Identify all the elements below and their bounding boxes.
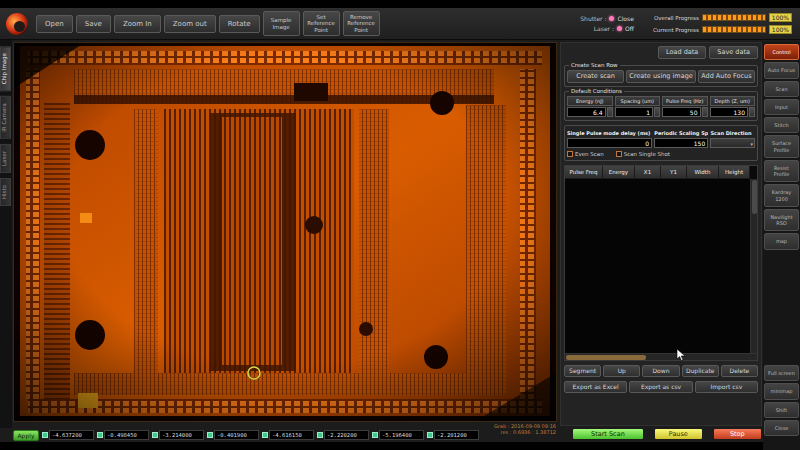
side-tab-surface-profile[interactable]: Surface Profile — [764, 135, 799, 158]
scrollbar-thumb[interactable] — [752, 180, 757, 214]
shutter-indicator — [609, 16, 614, 21]
save-button[interactable]: Save — [76, 15, 111, 33]
checkbox-icon — [567, 151, 573, 157]
column-header-height[interactable]: Height — [719, 166, 750, 179]
create-scan-row-title: Create Scan Row — [569, 62, 620, 68]
even-scan-checkbox[interactable]: Even Scan — [567, 151, 604, 157]
create-scan-row-group: Create Scan Row Create scan Create using… — [564, 65, 758, 87]
side-tab-kardray[interactable]: Kardray 1200 — [764, 184, 799, 207]
delete-button[interactable]: Delete — [721, 365, 758, 377]
column-header-y1[interactable]: Y1 — [661, 166, 687, 179]
table-horizontal-scrollbar[interactable] — [565, 353, 757, 360]
add-auto-focus-button[interactable]: Add Auto Focus — [698, 70, 755, 83]
side-tab-control[interactable]: Control — [764, 44, 799, 60]
coordinate-field: -2.220200 — [317, 430, 369, 440]
scan-single-shot-label: Scan Single Shot — [624, 151, 670, 157]
sidebar-tab-laser[interactable]: Laser — [0, 144, 11, 173]
depth-field[interactable]: 130 — [710, 107, 749, 117]
side-tab-scan[interactable]: Scan — [764, 81, 799, 97]
pulse-freq-field[interactable]: 50 — [662, 107, 701, 117]
energy-spinner[interactable] — [607, 107, 613, 117]
pulse-delay-input[interactable]: 0 — [567, 138, 652, 148]
coordinate-field: -4.637200 — [42, 430, 94, 440]
pulse-freq-spinner[interactable] — [702, 107, 708, 117]
column-header-pulse-freq[interactable]: Pulse Freq — [565, 166, 603, 179]
scan-single-shot-checkbox[interactable]: Scan Single Shot — [616, 151, 670, 157]
close-button[interactable]: Close — [764, 420, 799, 436]
scan-settings-group: Single Pulse mode delay (ms) Periodic Sc… — [564, 125, 758, 161]
laser-indicator — [617, 26, 622, 31]
create-scan-button[interactable]: Create scan — [567, 70, 624, 83]
export-csv-button[interactable]: Export as csv — [629, 381, 692, 393]
stop-button[interactable]: Stop — [713, 428, 762, 440]
apply-button[interactable]: Apply — [13, 430, 39, 441]
scaling-speed-input[interactable]: 150 — [654, 138, 708, 148]
spacing-spinner[interactable] — [654, 107, 660, 117]
coordinate-marker — [427, 432, 433, 438]
side-tab-stitch[interactable]: Stitch — [764, 117, 799, 133]
zoom-out-button[interactable]: Zoom out — [164, 15, 216, 33]
scan-direction-dropdown[interactable]: ▾ — [710, 138, 755, 148]
coordinate-field: -2.201200 — [427, 430, 479, 440]
coordinate-value: -0.498450 — [104, 430, 149, 440]
sidebar-tab-ir-camera[interactable]: IR Camera — [0, 96, 11, 139]
remove-reference-point-button[interactable]: Remove Reference Point — [343, 11, 380, 36]
segment-button[interactable]: Segment — [564, 365, 601, 377]
column-header-energy[interactable]: Energy — [603, 166, 635, 179]
create-using-image-button[interactable]: Create using image — [626, 70, 696, 83]
coordinate-marker — [97, 432, 103, 438]
table-header-row: Pulse Freq Energy X1 Y1 Width Height — [565, 166, 757, 179]
coordinate-value: -5.196400 — [379, 430, 424, 440]
pause-button[interactable]: Pause — [654, 428, 703, 440]
sample-image-button[interactable]: Sample Image — [263, 11, 300, 36]
side-tab-map[interactable]: map — [764, 233, 799, 249]
coordinate-marker — [42, 432, 48, 438]
side-tab-navilight[interactable]: Navilight RSO — [764, 209, 799, 232]
side-tab-resist-profile[interactable]: Resist Profile — [764, 160, 799, 183]
energy-label: Energy (nJ) — [567, 96, 613, 106]
column-header-width[interactable]: Width — [687, 166, 719, 179]
export-excel-button[interactable]: Export as Excel — [564, 381, 627, 393]
shift-button[interactable]: Shift — [764, 402, 799, 418]
energy-field[interactable]: 6.4 — [567, 107, 606, 117]
fullscreen-button[interactable]: Full screen — [764, 365, 799, 381]
table-body[interactable] — [565, 179, 757, 353]
pulse-delay-label: Single Pulse mode delay (ms) — [567, 130, 652, 136]
scan-row-table[interactable]: Pulse Freq Energy X1 Y1 Width Height — [564, 165, 758, 361]
spacing-field[interactable]: 1 — [615, 107, 654, 117]
zoom-in-button[interactable]: Zoom In — [114, 15, 161, 33]
side-tab-input[interactable]: Input — [764, 99, 799, 115]
coordinate-value: -2.201200 — [434, 430, 479, 440]
duplicate-button[interactable]: Duplicate — [682, 365, 719, 377]
scaling-speed-label: Periodic Scaling Speed — [654, 130, 708, 136]
current-progress-bar — [702, 26, 766, 33]
rotate-button[interactable]: Rotate — [219, 15, 260, 33]
overall-progress-label: Overall Progress — [647, 15, 699, 21]
minimap-button[interactable]: minimap — [764, 383, 799, 399]
depth-spinner[interactable] — [749, 107, 755, 117]
set-reference-point-button[interactable]: Set Reference Point — [303, 11, 340, 36]
sidebar-tab-chip-image[interactable]: Chip Image — [0, 46, 11, 91]
column-header-x1[interactable]: X1 — [635, 166, 661, 179]
table-vertical-scrollbar[interactable] — [750, 179, 757, 353]
chip-die-image[interactable] — [13, 42, 557, 422]
shutter-value: Close — [617, 15, 633, 22]
sidebar-tab-histo[interactable]: Histo — [0, 178, 11, 206]
down-button[interactable]: Down — [642, 365, 679, 377]
coordinate-marker — [262, 432, 268, 438]
coordinate-field: -5.196400 — [372, 430, 424, 440]
laser-value: Off — [625, 25, 634, 32]
side-tab-auto-focus[interactable]: Auto Focus — [764, 62, 799, 78]
start-scan-button[interactable]: Start Scan — [572, 428, 644, 440]
app-logo-icon — [6, 13, 28, 35]
chevron-down-icon: ▾ — [750, 139, 753, 149]
load-data-button[interactable]: Load data — [658, 46, 706, 59]
up-button[interactable]: Up — [603, 365, 640, 377]
import-csv-button[interactable]: Import csv — [695, 381, 758, 393]
coordinate-value: -4.637200 — [49, 430, 94, 440]
overall-progress-value: 100% — [769, 13, 792, 22]
save-data-button[interactable]: Save data — [709, 46, 758, 59]
default-conditions-group: Default Conditions Energy (nJ) 6.4 Spaci… — [564, 91, 758, 121]
scrollbar-thumb[interactable] — [566, 355, 646, 360]
open-button[interactable]: Open — [36, 15, 73, 33]
